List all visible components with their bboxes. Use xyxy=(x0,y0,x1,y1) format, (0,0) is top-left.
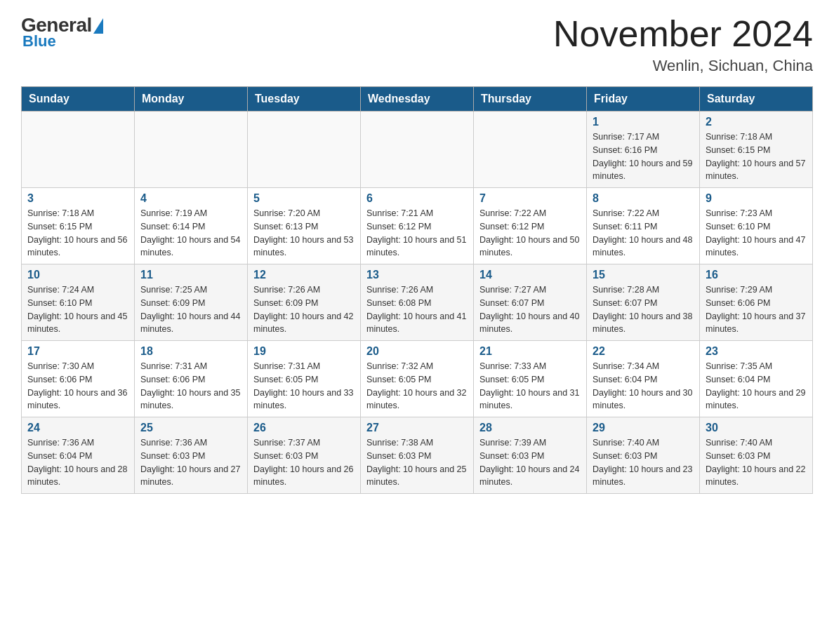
calendar-cell: 24Sunrise: 7:36 AMSunset: 6:04 PMDayligh… xyxy=(22,417,135,494)
day-header-tuesday: Tuesday xyxy=(248,87,361,112)
week-row-5: 24Sunrise: 7:36 AMSunset: 6:04 PMDayligh… xyxy=(22,417,813,494)
month-title: November 2024 xyxy=(553,14,813,54)
day-info: Sunrise: 7:18 AMSunset: 6:15 PMDaylight:… xyxy=(27,207,128,260)
calendar-cell: 5Sunrise: 7:20 AMSunset: 6:13 PMDaylight… xyxy=(248,188,361,264)
day-info: Sunrise: 7:22 AMSunset: 6:12 PMDaylight:… xyxy=(479,207,581,260)
calendar-cell: 10Sunrise: 7:24 AMSunset: 6:10 PMDayligh… xyxy=(22,264,135,341)
day-number: 3 xyxy=(27,192,128,205)
day-header-sunday: Sunday xyxy=(22,87,135,112)
logo-blue-text: Blue xyxy=(22,32,56,51)
calendar-cell: 16Sunrise: 7:29 AMSunset: 6:06 PMDayligh… xyxy=(700,264,813,341)
calendar-cell: 4Sunrise: 7:19 AMSunset: 6:14 PMDaylight… xyxy=(135,188,248,264)
day-info: Sunrise: 7:40 AMSunset: 6:03 PMDaylight:… xyxy=(593,436,694,489)
day-number: 25 xyxy=(140,422,241,434)
calendar-cell: 9Sunrise: 7:23 AMSunset: 6:10 PMDaylight… xyxy=(700,188,813,264)
day-info: Sunrise: 7:24 AMSunset: 6:10 PMDaylight:… xyxy=(27,283,128,336)
day-number: 13 xyxy=(366,269,468,281)
day-number: 10 xyxy=(27,269,128,281)
day-info: Sunrise: 7:34 AMSunset: 6:04 PMDaylight:… xyxy=(593,360,694,412)
calendar-cell: 17Sunrise: 7:30 AMSunset: 6:06 PMDayligh… xyxy=(22,341,135,417)
calendar-cell: 21Sunrise: 7:33 AMSunset: 6:05 PMDayligh… xyxy=(474,341,587,417)
day-info: Sunrise: 7:19 AMSunset: 6:14 PMDaylight:… xyxy=(140,207,241,260)
calendar-cell: 13Sunrise: 7:26 AMSunset: 6:08 PMDayligh… xyxy=(361,264,474,341)
week-row-3: 10Sunrise: 7:24 AMSunset: 6:10 PMDayligh… xyxy=(22,264,813,341)
calendar-cell: 3Sunrise: 7:18 AMSunset: 6:15 PMDaylight… xyxy=(22,188,135,264)
calendar-cell: 7Sunrise: 7:22 AMSunset: 6:12 PMDaylight… xyxy=(474,188,587,264)
day-info: Sunrise: 7:22 AMSunset: 6:11 PMDaylight:… xyxy=(593,207,694,260)
day-header-friday: Friday xyxy=(587,87,700,112)
day-info: Sunrise: 7:30 AMSunset: 6:06 PMDaylight:… xyxy=(27,360,128,412)
calendar-cell xyxy=(248,112,361,188)
day-number: 19 xyxy=(253,345,355,358)
day-number: 12 xyxy=(253,269,355,281)
day-info: Sunrise: 7:36 AMSunset: 6:03 PMDaylight:… xyxy=(140,436,241,489)
calendar-cell: 12Sunrise: 7:26 AMSunset: 6:09 PMDayligh… xyxy=(248,264,361,341)
calendar-cell xyxy=(135,112,248,188)
day-number: 24 xyxy=(27,422,128,434)
day-number: 6 xyxy=(366,192,468,205)
day-number: 1 xyxy=(593,116,694,128)
day-number: 11 xyxy=(140,269,241,281)
day-info: Sunrise: 7:29 AMSunset: 6:06 PMDaylight:… xyxy=(706,283,807,336)
day-number: 26 xyxy=(253,422,355,434)
day-header-wednesday: Wednesday xyxy=(361,87,474,112)
calendar-cell: 1Sunrise: 7:17 AMSunset: 6:16 PMDaylight… xyxy=(587,112,700,188)
calendar-cell: 27Sunrise: 7:38 AMSunset: 6:03 PMDayligh… xyxy=(361,417,474,494)
day-info: Sunrise: 7:17 AMSunset: 6:16 PMDaylight:… xyxy=(593,130,694,183)
logo-triangle-icon xyxy=(93,18,103,34)
week-row-1: 1Sunrise: 7:17 AMSunset: 6:16 PMDaylight… xyxy=(22,112,813,188)
calendar-cell: 18Sunrise: 7:31 AMSunset: 6:06 PMDayligh… xyxy=(135,341,248,417)
day-number: 7 xyxy=(479,192,581,205)
week-row-4: 17Sunrise: 7:30 AMSunset: 6:06 PMDayligh… xyxy=(22,341,813,417)
calendar-cell xyxy=(22,112,135,188)
day-header-monday: Monday xyxy=(135,87,248,112)
day-number: 29 xyxy=(593,422,694,434)
calendar-cell: 23Sunrise: 7:35 AMSunset: 6:04 PMDayligh… xyxy=(700,341,813,417)
calendar-cell: 2Sunrise: 7:18 AMSunset: 6:15 PMDaylight… xyxy=(700,112,813,188)
day-number: 5 xyxy=(253,192,355,205)
calendar-cell xyxy=(474,112,587,188)
day-info: Sunrise: 7:23 AMSunset: 6:10 PMDaylight:… xyxy=(706,207,807,260)
day-header-saturday: Saturday xyxy=(700,87,813,112)
day-number: 15 xyxy=(593,269,694,281)
day-number: 14 xyxy=(479,269,581,281)
day-number: 22 xyxy=(593,345,694,358)
day-header-thursday: Thursday xyxy=(474,87,587,112)
calendar-cell: 25Sunrise: 7:36 AMSunset: 6:03 PMDayligh… xyxy=(135,417,248,494)
day-info: Sunrise: 7:32 AMSunset: 6:05 PMDaylight:… xyxy=(366,360,468,412)
day-info: Sunrise: 7:31 AMSunset: 6:05 PMDaylight:… xyxy=(253,360,355,412)
calendar: SundayMondayTuesdayWednesdayThursdayFrid… xyxy=(21,86,813,494)
day-info: Sunrise: 7:26 AMSunset: 6:08 PMDaylight:… xyxy=(366,283,468,336)
calendar-cell: 11Sunrise: 7:25 AMSunset: 6:09 PMDayligh… xyxy=(135,264,248,341)
calendar-cell: 8Sunrise: 7:22 AMSunset: 6:11 PMDaylight… xyxy=(587,188,700,264)
calendar-cell: 26Sunrise: 7:37 AMSunset: 6:03 PMDayligh… xyxy=(248,417,361,494)
calendar-cell: 14Sunrise: 7:27 AMSunset: 6:07 PMDayligh… xyxy=(474,264,587,341)
day-number: 16 xyxy=(706,269,807,281)
title-area: November 2024 Wenlin, Sichuan, China xyxy=(553,14,813,75)
day-number: 2 xyxy=(706,116,807,128)
day-info: Sunrise: 7:35 AMSunset: 6:04 PMDaylight:… xyxy=(706,360,807,412)
day-info: Sunrise: 7:26 AMSunset: 6:09 PMDaylight:… xyxy=(253,283,355,336)
location: Wenlin, Sichuan, China xyxy=(553,57,813,75)
calendar-cell: 29Sunrise: 7:40 AMSunset: 6:03 PMDayligh… xyxy=(587,417,700,494)
calendar-cell: 22Sunrise: 7:34 AMSunset: 6:04 PMDayligh… xyxy=(587,341,700,417)
day-info: Sunrise: 7:25 AMSunset: 6:09 PMDaylight:… xyxy=(140,283,241,336)
day-number: 23 xyxy=(706,345,807,358)
day-info: Sunrise: 7:18 AMSunset: 6:15 PMDaylight:… xyxy=(706,130,807,183)
day-info: Sunrise: 7:31 AMSunset: 6:06 PMDaylight:… xyxy=(140,360,241,412)
calendar-cell xyxy=(361,112,474,188)
day-number: 27 xyxy=(366,422,468,434)
day-info: Sunrise: 7:36 AMSunset: 6:04 PMDaylight:… xyxy=(27,436,128,489)
calendar-cell: 20Sunrise: 7:32 AMSunset: 6:05 PMDayligh… xyxy=(361,341,474,417)
day-info: Sunrise: 7:21 AMSunset: 6:12 PMDaylight:… xyxy=(366,207,468,260)
day-info: Sunrise: 7:20 AMSunset: 6:13 PMDaylight:… xyxy=(253,207,355,260)
calendar-cell: 30Sunrise: 7:40 AMSunset: 6:03 PMDayligh… xyxy=(700,417,813,494)
day-number: 4 xyxy=(140,192,241,205)
day-number: 17 xyxy=(27,345,128,358)
day-info: Sunrise: 7:28 AMSunset: 6:07 PMDaylight:… xyxy=(593,283,694,336)
day-info: Sunrise: 7:38 AMSunset: 6:03 PMDaylight:… xyxy=(366,436,468,489)
day-info: Sunrise: 7:39 AMSunset: 6:03 PMDaylight:… xyxy=(479,436,581,489)
logo: General Blue xyxy=(21,14,103,51)
day-info: Sunrise: 7:40 AMSunset: 6:03 PMDaylight:… xyxy=(706,436,807,489)
day-number: 8 xyxy=(593,192,694,205)
